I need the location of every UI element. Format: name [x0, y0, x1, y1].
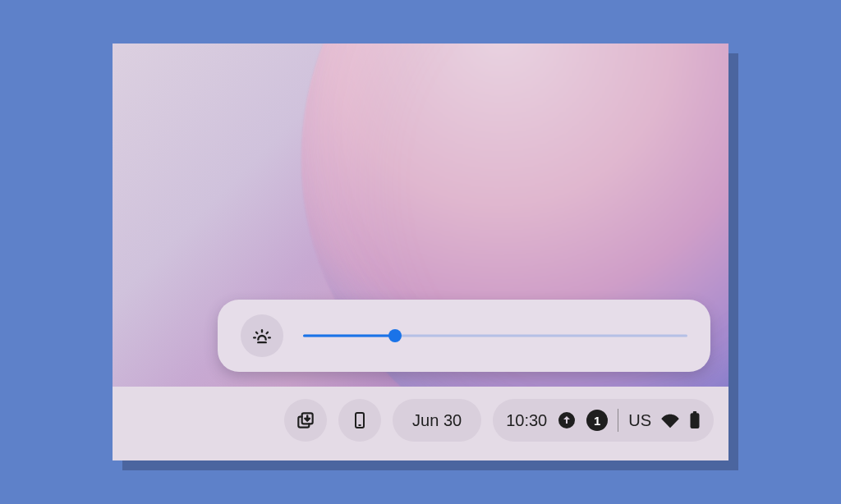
update-available-icon — [557, 410, 577, 430]
screenshot-frame: Jun 30 10:30 1 US — [113, 44, 728, 460]
keyboard-layout-indicator: US — [628, 411, 651, 430]
calendar-button[interactable]: Jun 30 — [393, 399, 481, 442]
svg-rect-10 — [691, 413, 700, 428]
slider-thumb[interactable] — [388, 329, 402, 342]
brightness-toggle-button[interactable] — [241, 314, 283, 357]
wifi-icon — [661, 411, 679, 429]
shelf: Jun 30 10:30 1 US — [113, 387, 728, 460]
holding-space-button[interactable] — [284, 399, 327, 442]
phone-hub-button[interactable] — [338, 399, 381, 442]
brightness-slider[interactable] — [303, 328, 687, 344]
slider-track-active — [303, 335, 395, 337]
svg-rect-11 — [693, 411, 696, 414]
shelf-time: 10:30 — [506, 411, 547, 430]
status-divider — [618, 409, 618, 432]
notification-count: 1 — [594, 414, 600, 428]
notification-count-badge: 1 — [586, 410, 608, 431]
battery-icon — [689, 411, 701, 429]
phone-icon — [350, 410, 370, 430]
brightness-icon — [250, 324, 273, 347]
status-area[interactable]: 10:30 1 US — [493, 399, 714, 442]
svg-line-2 — [267, 332, 268, 333]
holding-space-icon — [295, 410, 316, 431]
svg-line-1 — [256, 332, 257, 333]
brightness-popup — [218, 300, 710, 372]
shelf-date: Jun 30 — [412, 411, 462, 430]
